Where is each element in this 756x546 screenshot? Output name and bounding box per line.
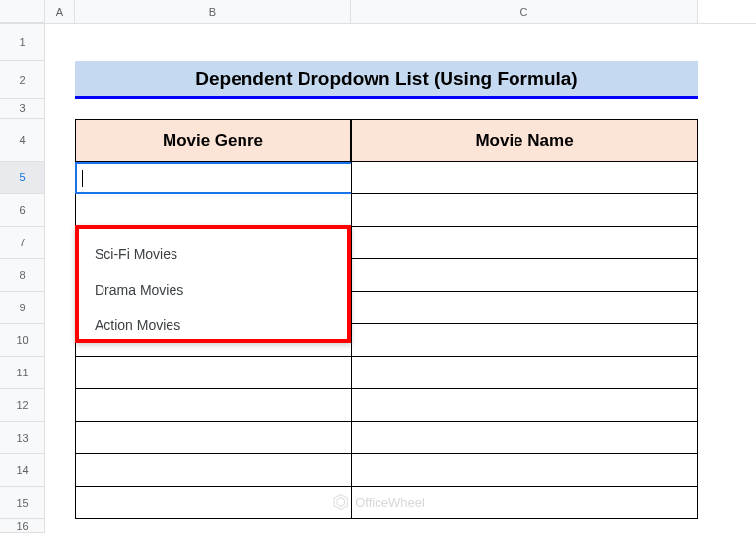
cell-a10[interactable] bbox=[45, 324, 75, 357]
cell-c16[interactable] bbox=[351, 519, 698, 533]
cell-a14[interactable] bbox=[45, 454, 75, 487]
cell-c11[interactable] bbox=[351, 357, 698, 389]
cell-b1[interactable] bbox=[75, 24, 351, 61]
cell-a5[interactable] bbox=[45, 162, 75, 194]
cell-c10[interactable] bbox=[351, 324, 698, 357]
cell-a4[interactable] bbox=[45, 119, 75, 162]
row-header-10[interactable]: 10 bbox=[0, 324, 45, 357]
dropdown-popup: Sci-Fi Movies Drama Movies Action Movies bbox=[75, 225, 351, 343]
cell-a1[interactable] bbox=[45, 24, 75, 61]
cell-c14[interactable] bbox=[351, 454, 698, 487]
cell-a16[interactable] bbox=[45, 519, 75, 533]
col-header-c[interactable]: C bbox=[351, 0, 698, 23]
cell-a15[interactable] bbox=[45, 487, 75, 519]
row-header-11[interactable]: 11 bbox=[0, 357, 45, 389]
row-header-8[interactable]: 8 bbox=[0, 259, 45, 292]
header-genre[interactable]: Movie Genre bbox=[75, 119, 351, 162]
svg-marker-0 bbox=[333, 495, 347, 510]
cell-a13[interactable] bbox=[45, 422, 75, 454]
cell-b13[interactable] bbox=[75, 422, 351, 454]
row-header-15[interactable]: 15 bbox=[0, 487, 45, 519]
cell-c6[interactable] bbox=[351, 194, 698, 227]
cell-a9[interactable] bbox=[45, 292, 75, 324]
row-header-1[interactable]: 1 bbox=[0, 24, 45, 61]
cell-b12[interactable] bbox=[75, 389, 351, 422]
header-name[interactable]: Movie Name bbox=[351, 119, 698, 162]
cell-c8[interactable] bbox=[351, 259, 698, 292]
row-header-2[interactable]: 2 bbox=[0, 61, 45, 99]
cell-a8[interactable] bbox=[45, 259, 75, 292]
row-header-6[interactable]: 6 bbox=[0, 194, 45, 227]
cell-c7[interactable] bbox=[351, 227, 698, 259]
row-header-13[interactable]: 13 bbox=[0, 422, 45, 454]
cell-b6[interactable] bbox=[75, 194, 351, 227]
cell-c5[interactable] bbox=[351, 162, 698, 194]
cell-c3[interactable] bbox=[351, 99, 698, 119]
cell-c9[interactable] bbox=[351, 292, 698, 324]
cell-a6[interactable] bbox=[45, 194, 75, 227]
watermark: OfficeWheel bbox=[331, 493, 425, 511]
cell-b3[interactable] bbox=[75, 99, 351, 119]
row-header-14[interactable]: 14 bbox=[0, 454, 45, 487]
cell-a11[interactable] bbox=[45, 357, 75, 389]
cell-b5-active[interactable] bbox=[75, 162, 351, 194]
col-header-b[interactable]: B bbox=[75, 0, 351, 23]
cell-a2[interactable] bbox=[45, 61, 75, 99]
row-header-5[interactable]: 5 bbox=[0, 162, 45, 194]
cell-b16[interactable] bbox=[75, 519, 351, 533]
svg-marker-1 bbox=[336, 498, 344, 507]
title-cell[interactable]: Dependent Dropdown List (Using Formula) bbox=[75, 61, 698, 99]
column-headers-row: A B C bbox=[0, 0, 756, 24]
row-header-3[interactable]: 3 bbox=[0, 99, 45, 119]
hexagon-icon bbox=[331, 493, 349, 511]
row-header-16[interactable]: 16 bbox=[0, 519, 45, 533]
cell-b15[interactable] bbox=[75, 487, 351, 519]
cell-b11[interactable] bbox=[75, 357, 351, 389]
corner-cell[interactable] bbox=[0, 0, 45, 23]
col-header-a[interactable]: A bbox=[45, 0, 75, 23]
row-header-9[interactable]: 9 bbox=[0, 292, 45, 324]
row-header-12[interactable]: 12 bbox=[0, 389, 45, 422]
dropdown-item-action[interactable]: Action Movies bbox=[79, 307, 347, 343]
cell-a3[interactable] bbox=[45, 99, 75, 119]
dropdown-item-scifi[interactable]: Sci-Fi Movies bbox=[79, 237, 347, 272]
cell-a7[interactable] bbox=[45, 227, 75, 259]
cell-c1[interactable] bbox=[351, 24, 698, 61]
dropdown-item-drama[interactable]: Drama Movies bbox=[79, 272, 347, 307]
cell-b14[interactable] bbox=[75, 454, 351, 487]
row-header-4[interactable]: 4 bbox=[0, 119, 45, 162]
row-header-7[interactable]: 7 bbox=[0, 227, 45, 259]
cell-a12[interactable] bbox=[45, 389, 75, 422]
cell-c13[interactable] bbox=[351, 422, 698, 454]
cell-c12[interactable] bbox=[351, 389, 698, 422]
watermark-text: OfficeWheel bbox=[355, 495, 425, 510]
